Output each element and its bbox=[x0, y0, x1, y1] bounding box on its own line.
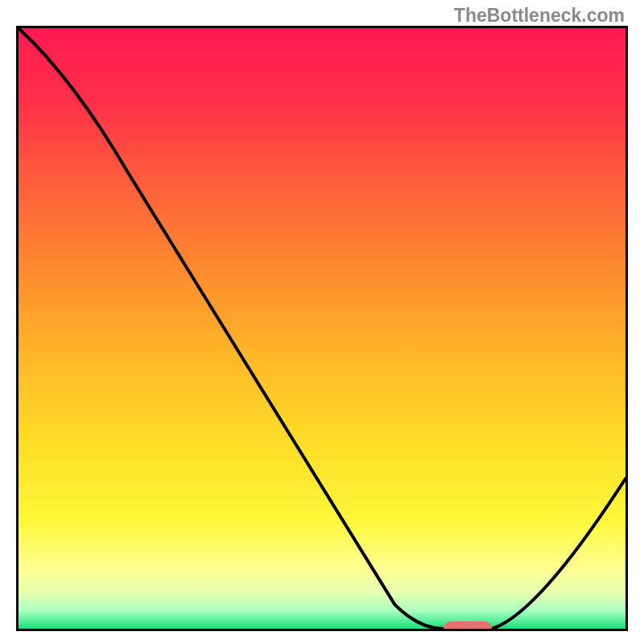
bottleneck-chart: TheBottleneck.com bbox=[0, 0, 644, 644]
watermark-text: TheBottleneck.com bbox=[454, 5, 625, 27]
plot-area bbox=[16, 26, 628, 631]
bottleneck-curve bbox=[19, 28, 625, 629]
optimal-range-marker bbox=[444, 621, 492, 631]
